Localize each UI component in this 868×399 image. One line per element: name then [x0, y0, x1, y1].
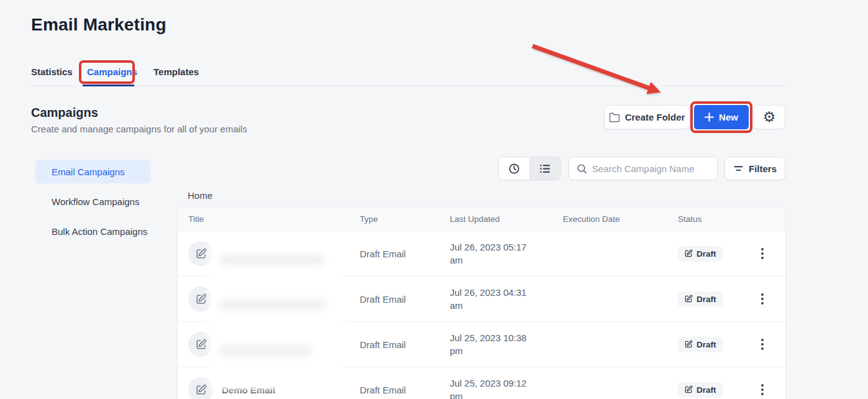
filters-label: Filters	[749, 163, 777, 174]
edit-icon	[195, 293, 207, 305]
table-header-row: Title Type Last Updated Execution Date S…	[178, 207, 785, 231]
status-badge[interactable]: Draft	[678, 382, 723, 398]
column-header-type: Type	[360, 214, 450, 224]
status-label: Draft	[697, 249, 716, 259]
edit-icon	[684, 295, 693, 303]
status-label: Draft	[697, 295, 716, 304]
edit-icon	[195, 384, 207, 396]
filters-button[interactable]: Filters	[724, 157, 785, 180]
campaign-title: Demo Email	[222, 385, 275, 395]
campaign-type: Draft Email	[360, 249, 450, 259]
campaign-avatar	[188, 241, 213, 266]
edit-icon	[195, 248, 207, 260]
status-label: Draft	[697, 340, 716, 349]
column-header-execution-date: Execution Date	[563, 214, 678, 224]
scheduled-view-button[interactable]	[499, 157, 529, 180]
edit-icon	[684, 340, 693, 349]
status-badge[interactable]: Draft	[678, 337, 723, 352]
table-row[interactable]: Demo Email Draft Email Jul 25, 2023 09:1…	[178, 367, 785, 399]
table-row[interactable]: Draft Email Jul 26, 2023 04:31 am Draft	[178, 277, 785, 322]
campaign-search	[569, 157, 718, 180]
breadcrumb[interactable]: Home	[188, 190, 212, 201]
create-folder-label: Create Folder	[625, 112, 685, 122]
campaign-type: Draft Email	[360, 294, 450, 305]
sidebar-item-workflow-campaigns[interactable]: Workflow Campaigns	[35, 190, 150, 213]
list-view-button[interactable]	[529, 157, 560, 180]
sidebar-item-label: Email Campaigns	[52, 167, 125, 177]
row-actions-menu[interactable]	[753, 380, 772, 399]
status-badge[interactable]: Draft	[678, 246, 723, 262]
new-campaign-button[interactable]: New	[694, 105, 749, 129]
row-actions-menu[interactable]	[753, 290, 772, 308]
section-title: Campaigns	[31, 106, 98, 120]
last-updated: Jul 26, 2023 05:17 am	[450, 241, 538, 267]
edit-icon	[684, 249, 693, 258]
folder-icon	[609, 112, 620, 123]
create-folder-button[interactable]: Create Folder	[604, 105, 690, 129]
email-marketing-page: Email Marketing Statistics Campaigns Tem…	[0, 0, 868, 399]
status-badge[interactable]: Draft	[678, 291, 723, 307]
sidebar-item-bulk-action-campaigns[interactable]: Bulk Action Campaigns	[35, 219, 150, 243]
clock-icon	[508, 163, 520, 175]
campaign-avatar	[188, 377, 213, 399]
row-actions-menu[interactable]	[753, 244, 772, 263]
gear-icon: ⚙	[763, 109, 776, 126]
search-icon	[577, 163, 587, 174]
row-actions-menu[interactable]	[753, 335, 772, 354]
campaign-type: Draft Email	[360, 339, 450, 350]
column-header-status: Status	[678, 214, 749, 224]
tab-campaigns[interactable]: Campaigns	[87, 66, 137, 77]
sidebar-item-label: Bulk Action Campaigns	[52, 226, 147, 237]
sidebar-item-label: Workflow Campaigns	[52, 196, 139, 207]
tab-statistics[interactable]: Statistics	[31, 66, 73, 77]
annotation-arrow	[522, 36, 677, 104]
column-header-title: Title	[188, 214, 360, 224]
page-title: Email Marketing	[31, 15, 167, 35]
section-subtitle: Create and manage campaigns for all of y…	[31, 124, 247, 134]
active-tab-underline	[83, 85, 134, 86]
sidebar-item-email-campaigns[interactable]: Email Campaigns	[35, 160, 150, 183]
campaign-type: Draft Email	[360, 385, 450, 395]
column-header-last-updated: Last Updated	[450, 214, 563, 224]
edit-icon	[195, 339, 207, 351]
table-row[interactable]: Draft Email Jul 25, 2023 10:38 pm Draft	[178, 322, 785, 367]
settings-button[interactable]: ⚙	[753, 105, 785, 129]
filter-icon	[733, 163, 744, 174]
tab-templates[interactable]: Templates	[153, 66, 199, 77]
plus-icon	[705, 112, 714, 122]
last-updated: Jul 25, 2023 09:12 pm	[450, 377, 538, 399]
tabs-divider	[31, 86, 786, 86]
table-row[interactable]: Draft Email Jul 26, 2023 05:17 am Draft	[178, 231, 785, 277]
search-input[interactable]	[592, 163, 716, 174]
list-icon	[539, 163, 551, 175]
campaign-avatar	[188, 332, 213, 357]
campaign-avatar	[188, 287, 213, 311]
status-label: Draft	[697, 385, 716, 395]
last-updated: Jul 25, 2023 10:38 pm	[450, 331, 538, 357]
last-updated: Jul 26, 2023 04:31 am	[450, 286, 538, 312]
view-toggle-group	[498, 157, 561, 180]
campaigns-table: Title Type Last Updated Execution Date S…	[177, 206, 786, 399]
new-button-label: New	[719, 112, 738, 122]
edit-icon	[684, 385, 693, 394]
